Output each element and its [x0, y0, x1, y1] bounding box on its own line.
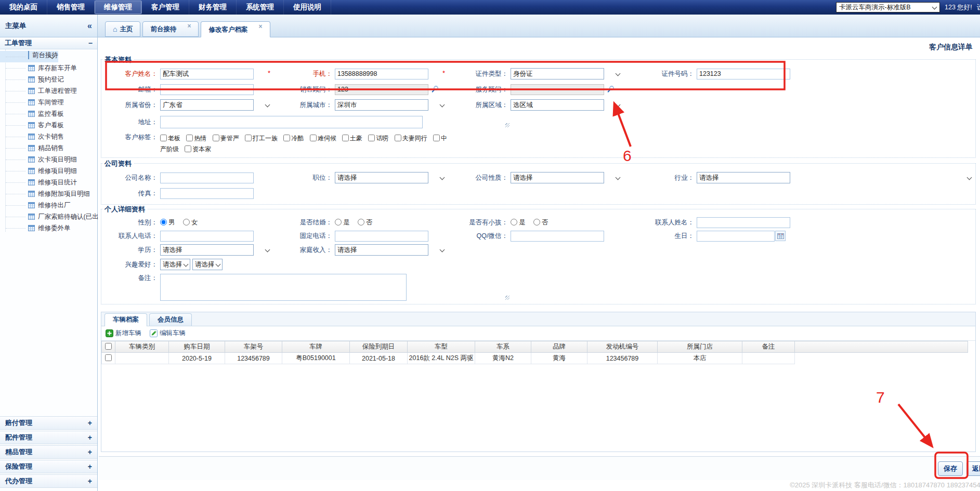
tag-checkbox[interactable]: 妻管严 — [213, 135, 239, 142]
select-all-checkbox[interactable] — [105, 343, 112, 350]
search-icon[interactable] — [607, 85, 615, 94]
accordion-parts[interactable]: 配件管理+ — [0, 431, 97, 444]
checkbox[interactable] — [395, 135, 401, 141]
birthday-input[interactable] — [697, 231, 775, 242]
sidebar-item-appointment[interactable]: 预约登记 — [0, 74, 97, 85]
tenant-select[interactable]: 卡派云车商演示-标准版B — [836, 2, 940, 12]
tag-checkbox[interactable]: 话唠 — [368, 135, 388, 142]
sidebar-item-monitor-board[interactable]: 监控看板 — [0, 108, 97, 120]
married-no-radio[interactable]: 否 — [358, 219, 373, 226]
checkbox[interactable] — [160, 135, 167, 141]
sidebar-item-repair-extra-detail[interactable]: 维修附加项目明细 — [0, 188, 97, 200]
calendar-icon[interactable] — [775, 231, 786, 241]
radio[interactable] — [183, 219, 190, 225]
children-no-radio[interactable]: 否 — [533, 219, 548, 226]
id-type-select[interactable]: 身份证 — [511, 68, 604, 79]
checkbox[interactable] — [433, 135, 440, 141]
tab-vehicle-archive[interactable]: 车辆档案 — [104, 313, 147, 326]
back-button[interactable]: 返回 — [966, 461, 980, 476]
radio[interactable] — [511, 219, 517, 225]
checkbox[interactable] — [310, 135, 317, 141]
add-vehicle-button[interactable]: 新增车辆 — [106, 329, 141, 338]
tab-home[interactable]: ⌂ 主页 — [105, 21, 140, 37]
education-select[interactable]: 请选择 — [160, 244, 254, 256]
checkbox[interactable] — [368, 135, 375, 141]
tab-member-info[interactable]: 会员信息 — [149, 313, 192, 326]
industry-select[interactable]: 请选择 — [697, 172, 790, 183]
sidebar-item-workshop[interactable]: 车间管理 — [0, 97, 97, 108]
tab-reception[interactable]: 前台接待 × — [142, 21, 199, 37]
sidebar-item-repair-project-detail[interactable]: 维修项目明细 — [0, 165, 97, 177]
close-icon[interactable]: × — [187, 23, 191, 29]
tag-checkbox[interactable]: 打工一族 — [245, 135, 278, 142]
children-yes-radio[interactable]: 是 — [511, 219, 526, 226]
row-checkbox[interactable] — [105, 354, 112, 361]
sidebar-item-repair-project-stats[interactable]: 维修项目统计 — [0, 177, 97, 188]
sidebar-item-repair-pending-out[interactable]: 维修待出厂 — [0, 200, 97, 211]
sidebar-item-stock-new-car[interactable]: 库存新车开单 — [0, 62, 97, 74]
accordion-agency[interactable]: 代办管理+ — [0, 474, 97, 488]
radio[interactable] — [335, 219, 342, 225]
checkbox[interactable] — [245, 135, 252, 141]
expand-plus-icon[interactable]: + — [88, 448, 92, 456]
nav-item-sales[interactable]: 销售管理 — [47, 0, 95, 15]
tag-checkbox[interactable]: 土豪 — [342, 135, 362, 142]
city-select[interactable]: 深圳市 — [335, 99, 428, 111]
accordion-claims[interactable]: 赔付管理+ — [0, 416, 97, 430]
gender-female-radio[interactable]: 女 — [183, 219, 198, 226]
checkbox[interactable] — [283, 135, 290, 141]
settings-link[interactable]: 设置 — [977, 3, 980, 12]
tab-edit-customer[interactable]: 修改客户档案 × — [201, 21, 270, 37]
checkbox[interactable] — [186, 135, 193, 141]
accordion-boutique[interactable]: 精品管理+ — [0, 445, 97, 459]
tag-checkbox[interactable]: 冷酷 — [283, 135, 304, 142]
nav-item-system[interactable]: 系统管理 — [237, 0, 284, 15]
nav-item-customer[interactable]: 客户管理 — [142, 0, 189, 15]
married-yes-radio[interactable]: 是 — [335, 219, 350, 226]
service-advisor-input[interactable] — [511, 84, 604, 95]
radio[interactable] — [533, 219, 540, 225]
collapse-minus-icon[interactable]: − — [88, 39, 93, 47]
contact-phone-input[interactable] — [160, 231, 254, 242]
contact-name-input[interactable] — [697, 217, 790, 228]
tag-checkbox[interactable]: 老板 — [160, 135, 180, 142]
expand-plus-icon[interactable]: + — [88, 419, 92, 427]
remark-textarea[interactable] — [160, 274, 407, 301]
tag-checkbox[interactable]: 热情 — [186, 135, 206, 142]
id-number-input[interactable] — [697, 69, 790, 79]
vehicle-table-row[interactable]: 2020-5-19 123456789 粤B05190001 2021-05-1… — [102, 353, 968, 364]
search-icon[interactable] — [431, 85, 439, 94]
sidebar-item-card-project-detail[interactable]: 次卡项目明细 — [0, 154, 97, 165]
checkbox[interactable] — [213, 135, 219, 141]
radio[interactable] — [358, 219, 364, 225]
close-icon[interactable]: × — [258, 24, 262, 29]
nav-item-desktop[interactable]: 我的桌面 — [0, 0, 47, 15]
company-name-input[interactable] — [160, 172, 254, 183]
customer-name-input[interactable] — [160, 69, 254, 79]
accordion-insurance[interactable]: 保险管理+ — [0, 460, 97, 473]
email-input[interactable] — [160, 84, 254, 95]
district-select[interactable]: 选区域 — [511, 99, 604, 111]
sidebar-item-card-sales[interactable]: 次卡销售 — [0, 131, 97, 142]
sidebar-item-boutique-sales[interactable]: 精品销售 — [0, 142, 97, 154]
position-select[interactable]: 请选择 — [335, 172, 428, 183]
resize-handle[interactable] — [505, 296, 509, 300]
family-income-select[interactable]: 请选择 — [335, 244, 428, 256]
nav-item-repair[interactable]: 维修管理 — [95, 1, 142, 14]
edit-vehicle-button[interactable]: 编辑车辆 — [150, 329, 186, 338]
nav-item-finance[interactable]: 财务管理 — [189, 0, 237, 15]
tag-checkbox[interactable]: 难伺候 — [310, 135, 336, 142]
landline-input[interactable] — [335, 231, 428, 242]
sidebar-item-factory-claim[interactable]: 厂家索赔待确认(已出厂) — [0, 211, 97, 222]
province-select[interactable]: 广东省 — [160, 99, 254, 111]
hobby-select-2[interactable]: 请选择 — [192, 259, 223, 270]
tag-checkbox[interactable]: 夫妻同行 — [395, 135, 427, 142]
sidebar-item-customer-board[interactable]: 客户看板 — [0, 120, 97, 131]
company-nature-select[interactable]: 请选择 — [511, 172, 604, 183]
resize-handle[interactable] — [505, 123, 509, 127]
expand-plus-icon[interactable]: + — [88, 462, 92, 471]
mobile-input[interactable] — [335, 69, 428, 79]
sidebar-item-workorder-progress[interactable]: 工单进程管理 — [0, 85, 97, 97]
qq-wechat-input[interactable] — [511, 231, 604, 242]
checkbox[interactable] — [185, 145, 191, 152]
